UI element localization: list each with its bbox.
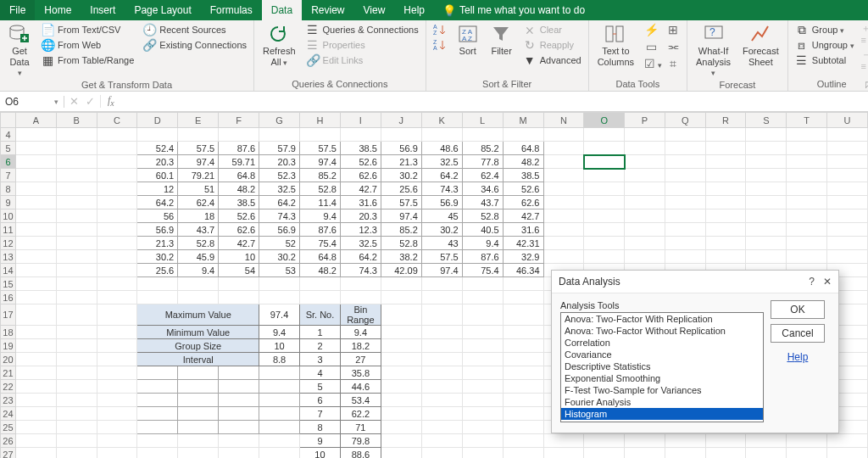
- cell-M23[interactable]: [503, 394, 543, 407]
- remove-dup-button[interactable]: ▭: [643, 39, 659, 54]
- cell-P9[interactable]: [625, 196, 665, 209]
- cell-L23[interactable]: [462, 394, 503, 407]
- cell-J25[interactable]: [381, 421, 421, 434]
- cell-J21[interactable]: [381, 366, 421, 380]
- cell-L27[interactable]: [462, 448, 503, 459]
- cell-K10[interactable]: 45: [421, 209, 462, 223]
- cell-K20[interactable]: [421, 353, 462, 366]
- cell-B6[interactable]: [56, 155, 97, 169]
- cell-A23[interactable]: [15, 394, 56, 407]
- tab-insert[interactable]: Insert: [81, 0, 125, 20]
- tab-home[interactable]: Home: [35, 0, 81, 20]
- cell-B27[interactable]: [56, 448, 97, 459]
- cell-I4[interactable]: [340, 128, 381, 142]
- cell-B16[interactable]: [56, 291, 97, 304]
- cell-K13[interactable]: 57.5: [421, 250, 462, 264]
- cell-I15[interactable]: [340, 277, 381, 291]
- cell-T8[interactable]: [787, 182, 827, 196]
- cell-L9[interactable]: 43.7: [462, 196, 503, 209]
- cell-G15[interactable]: [259, 277, 300, 291]
- cell-L8[interactable]: 34.6: [462, 182, 503, 196]
- cell-D9[interactable]: 64.2: [137, 196, 178, 209]
- cell-R10[interactable]: [705, 209, 746, 223]
- data-validation-button[interactable]: ☑: [643, 56, 659, 71]
- cell-Q13[interactable]: [665, 250, 705, 264]
- cell-S12[interactable]: [746, 237, 787, 250]
- cell-C23[interactable]: [97, 394, 137, 407]
- cell-P10[interactable]: [625, 209, 665, 223]
- cell-D26[interactable]: [137, 434, 178, 448]
- cell-A4[interactable]: [15, 128, 56, 142]
- cell-E22[interactable]: [178, 380, 219, 394]
- cell-F5[interactable]: 87.6: [219, 142, 259, 155]
- tab-view[interactable]: View: [354, 0, 395, 20]
- cell-D8[interactable]: 12: [137, 182, 178, 196]
- cell-B20[interactable]: [56, 353, 97, 366]
- cell-I25[interactable]: 71: [340, 421, 381, 434]
- cell-L15[interactable]: [462, 277, 503, 291]
- cell-D21[interactable]: [137, 366, 178, 380]
- cell-H20[interactable]: 3: [300, 353, 341, 366]
- cell-J4[interactable]: [381, 128, 421, 142]
- cell-Q6[interactable]: [665, 155, 705, 169]
- tab-page-layout[interactable]: Page Layout: [125, 0, 200, 20]
- cell-U12[interactable]: [827, 237, 868, 250]
- cell-A18[interactable]: [15, 326, 56, 339]
- cell-K5[interactable]: 48.6: [421, 142, 462, 155]
- cell-L18[interactable]: [462, 326, 503, 339]
- cell-O12[interactable]: [584, 237, 625, 250]
- cell-O8[interactable]: [584, 182, 625, 196]
- cell-L10[interactable]: 52.8: [462, 209, 503, 223]
- what-if-button[interactable]: ? What-IfAnalysis: [693, 22, 734, 80]
- cell-M15[interactable]: [503, 277, 543, 291]
- cell-I14[interactable]: 74.3: [340, 264, 381, 277]
- cell-M26[interactable]: [503, 434, 543, 448]
- cell-F9[interactable]: 38.5: [219, 196, 259, 209]
- cell-J23[interactable]: [381, 394, 421, 407]
- cell-D19[interactable]: Group Size: [137, 339, 259, 353]
- cell-O5[interactable]: [584, 142, 625, 155]
- cell-M25[interactable]: [503, 421, 543, 434]
- cell-S10[interactable]: [746, 209, 787, 223]
- cell-S26[interactable]: [746, 434, 787, 448]
- cell-O9[interactable]: [584, 196, 625, 209]
- cell-B26[interactable]: [56, 434, 97, 448]
- cell-S27[interactable]: [746, 448, 787, 459]
- cell-H15[interactable]: [300, 277, 341, 291]
- cell-N5[interactable]: [543, 142, 584, 155]
- cell-J16[interactable]: [381, 291, 421, 304]
- cell-S7[interactable]: [746, 169, 787, 182]
- cell-C22[interactable]: [97, 380, 137, 394]
- cell-H16[interactable]: [300, 291, 341, 304]
- cell-D13[interactable]: 30.2: [137, 250, 178, 264]
- cell-A21[interactable]: [15, 366, 56, 380]
- cell-M20[interactable]: [503, 353, 543, 366]
- cell-N27[interactable]: [543, 448, 584, 459]
- tab-help[interactable]: Help: [394, 0, 434, 20]
- tab-review[interactable]: Review: [302, 0, 353, 20]
- cell-D18[interactable]: Minimum Value: [137, 326, 259, 339]
- cell-Q8[interactable]: [665, 182, 705, 196]
- cell-H5[interactable]: 57.5: [300, 142, 341, 155]
- show-detail-button[interactable]: ＋≡: [861, 22, 868, 45]
- spreadsheet[interactable]: ABCDEFGHIJKLMNOPQRSTU4552.457.587.657.95…: [0, 112, 868, 458]
- cell-Q4[interactable]: [665, 128, 705, 142]
- cell-J12[interactable]: 52.8: [381, 237, 421, 250]
- cell-F13[interactable]: 10: [219, 250, 259, 264]
- cell-M11[interactable]: 31.6: [503, 223, 543, 237]
- cell-L16[interactable]: [462, 291, 503, 304]
- cell-A19[interactable]: [15, 339, 56, 353]
- cell-U5[interactable]: [827, 142, 868, 155]
- help-icon[interactable]: ?: [809, 276, 815, 288]
- analysis-tool-option[interactable]: Exponential Smoothing: [561, 372, 763, 384]
- cell-O27[interactable]: [584, 448, 625, 459]
- filter-button[interactable]: Filter: [487, 22, 516, 59]
- cell-N6[interactable]: [543, 155, 584, 169]
- cell-I27[interactable]: 88.6: [340, 448, 381, 459]
- sort-za-button[interactable]: ZA: [431, 37, 448, 53]
- data-model-button[interactable]: ⌗: [665, 56, 682, 71]
- consolidate-button[interactable]: ⊞: [665, 22, 682, 37]
- cell-T4[interactable]: [787, 128, 827, 142]
- cell-C6[interactable]: [97, 155, 137, 169]
- cell-D10[interactable]: 56: [137, 209, 178, 223]
